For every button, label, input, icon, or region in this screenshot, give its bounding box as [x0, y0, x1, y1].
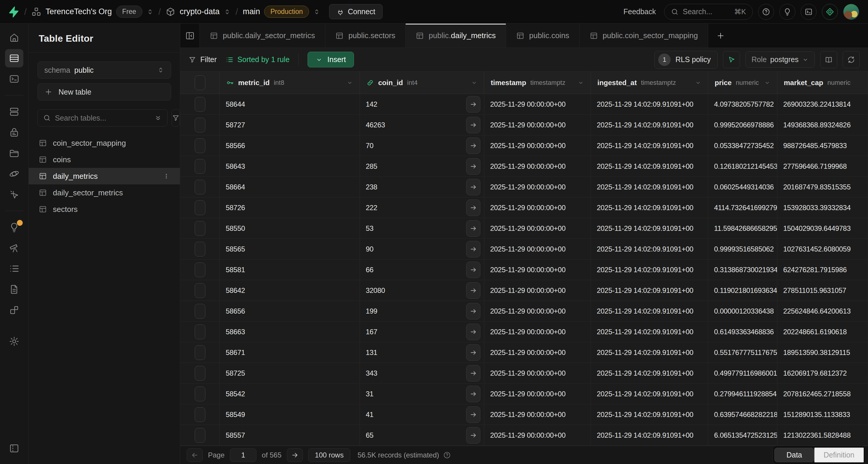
global-search[interactable]: Search... ⌘K	[664, 4, 753, 20]
chevron-down-icon[interactable]	[346, 80, 353, 86]
column-header-timestamp[interactable]: timestamp timestamptz	[484, 71, 591, 94]
cell-timestamp[interactable]: 2025-11-29 00:00:00+00	[484, 94, 591, 114]
previous-page-button[interactable]	[187, 448, 203, 462]
cell-ingested-at[interactable]: 2025-11-29 14:02:09.91091+00	[591, 342, 708, 363]
cell-ingested-at[interactable]: 2025-11-29 14:02:09.91091+00	[591, 280, 708, 301]
row-checkbox[interactable]	[180, 342, 220, 363]
filter-tables-button[interactable]	[172, 110, 180, 126]
cell-market-cap[interactable]: 269003236.22413814	[777, 94, 868, 114]
cell-ingested-at[interactable]: 2025-11-29 14:02:09.91091+00	[591, 94, 708, 114]
sidebar-table-item[interactable]: daily_sector_metrics	[29, 184, 180, 201]
cell-coin-id[interactable]: 199	[360, 301, 484, 321]
cell-coin-id[interactable]: 41	[360, 404, 484, 425]
nav-reports[interactable]	[5, 239, 23, 257]
cell-coin-id[interactable]: 222	[360, 197, 484, 218]
row-checkbox[interactable]	[180, 363, 220, 383]
cell-ingested-at[interactable]: 2025-11-29 14:02:09.91091+00	[591, 197, 708, 218]
expand-record-button[interactable]	[466, 179, 480, 195]
help-button[interactable]	[758, 4, 774, 20]
select-all-checkbox[interactable]	[180, 71, 220, 94]
cell-timestamp[interactable]: 2025-11-29 00:00:00+00	[484, 321, 591, 342]
cell-timestamp[interactable]: 2025-11-29 00:00:00+00	[484, 177, 591, 197]
expand-record-button[interactable]	[466, 137, 480, 154]
cell-ingested-at[interactable]: 2025-11-29 14:02:09.91091+00	[591, 156, 708, 177]
cell-metric-id[interactable]: 58644	[220, 94, 360, 114]
cell-coin-id[interactable]: 238	[360, 177, 484, 197]
cell-market-cap[interactable]: 1504029039.6449783	[777, 218, 868, 239]
tab-daily_sector_metrics[interactable]: public.daily_sector_metrics	[199, 24, 325, 48]
collapse-rail-button[interactable]	[5, 439, 23, 458]
expand-record-button[interactable]	[466, 427, 480, 443]
cell-timestamp[interactable]: 2025-11-29 00:00:00+00	[484, 425, 591, 445]
collapse-sidebar-button[interactable]	[180, 24, 200, 48]
cell-market-cap[interactable]: 2078162465.2718558	[777, 383, 868, 404]
org-switcher-icon[interactable]	[147, 8, 154, 16]
project-breadcrumb[interactable]: crypto-data	[165, 7, 231, 17]
row-checkbox[interactable]	[180, 383, 220, 404]
page-number-input[interactable]	[230, 448, 256, 462]
nav-sql-editor[interactable]	[5, 70, 23, 88]
expand-record-button[interactable]	[466, 386, 480, 402]
expand-record-button[interactable]	[466, 344, 480, 361]
table-options-icon[interactable]	[163, 173, 170, 180]
row-checkbox[interactable]	[180, 218, 220, 239]
sort-button[interactable]: Sorted by 1 rule	[226, 55, 290, 64]
ai-assistant-button[interactable]	[822, 4, 838, 20]
cell-ingested-at[interactable]: 2025-11-29 14:02:09.91091+00	[591, 177, 708, 197]
chevron-down-icon[interactable]	[695, 80, 701, 86]
nav-project-settings[interactable]	[5, 332, 23, 350]
row-checkbox[interactable]	[180, 404, 220, 425]
cell-metric-id[interactable]: 58671	[220, 342, 360, 363]
nav-advisors[interactable]	[5, 218, 23, 237]
nav-api-docs[interactable]	[5, 280, 23, 299]
cell-price[interactable]: 11.59842686658295	[708, 218, 777, 239]
column-header-market-cap[interactable]: market_cap numeric	[777, 71, 868, 94]
cell-price[interactable]: 0.61493363468836	[708, 321, 777, 342]
sort-order-icon[interactable]	[154, 114, 162, 122]
cell-timestamp[interactable]: 2025-11-29 00:00:00+00	[484, 156, 591, 177]
cell-metric-id[interactable]: 58656	[220, 301, 360, 321]
chevron-down-icon[interactable]	[471, 80, 477, 86]
row-checkbox[interactable]	[180, 115, 220, 135]
cell-timestamp[interactable]: 2025-11-29 00:00:00+00	[484, 135, 591, 156]
cell-metric-id[interactable]: 58726	[220, 197, 360, 218]
user-avatar[interactable]	[843, 4, 859, 20]
expand-record-button[interactable]	[466, 117, 480, 133]
hints-lightbulb-button[interactable]	[779, 4, 795, 20]
cell-ingested-at[interactable]: 2025-11-29 14:02:09.91091+00	[591, 363, 708, 383]
cell-price[interactable]: 0.99952066978886	[708, 115, 777, 135]
cell-price[interactable]: 0.279946111928854	[708, 383, 777, 404]
schema-select[interactable]: schema public	[37, 61, 171, 79]
cell-price[interactable]: 0.313868730021934	[708, 259, 777, 280]
rls-policy-button[interactable]: 1 RLS policy	[654, 51, 718, 68]
cell-price[interactable]: 6.065135472523125	[708, 425, 777, 445]
cell-timestamp[interactable]: 2025-11-29 00:00:00+00	[484, 301, 591, 321]
nav-database[interactable]	[5, 102, 23, 121]
cell-price[interactable]: 0.126180212145453	[708, 156, 777, 177]
cell-market-cap[interactable]: 153928033.39332834	[777, 197, 868, 218]
chevron-down-icon[interactable]	[764, 80, 771, 86]
cell-price[interactable]: 0.05338472735452	[708, 135, 777, 156]
row-checkbox[interactable]	[180, 301, 220, 321]
cell-market-cap[interactable]: 1027631452.6080059	[777, 239, 868, 259]
role-select[interactable]: Role postgres	[745, 52, 815, 68]
cell-price[interactable]: 0.06025449314036	[708, 177, 777, 197]
row-checkbox[interactable]	[180, 280, 220, 301]
cell-market-cap[interactable]: 277596466.7199968	[777, 156, 868, 177]
cell-price[interactable]: 0.5517677751176754	[708, 342, 777, 363]
cell-price[interactable]: 0.119021801693634	[708, 280, 777, 301]
column-header-metric-id[interactable]: metric_id int8	[220, 71, 360, 94]
cell-coin-id[interactable]: 167	[360, 321, 484, 342]
connect-button[interactable]: Connect	[329, 4, 382, 19]
cell-ingested-at[interactable]: 2025-11-29 14:02:09.91091+00	[591, 383, 708, 404]
nav-logs[interactable]	[5, 259, 23, 278]
cell-market-cap[interactable]: 1512890135.1133833	[777, 404, 868, 425]
cell-market-cap[interactable]: 189513590.38129115	[777, 342, 868, 363]
cell-price[interactable]: 4114.732641699279	[708, 197, 777, 218]
tab-daily_metrics[interactable]: public.daily_metrics	[405, 24, 506, 48]
row-checkbox[interactable]	[180, 425, 220, 445]
cell-metric-id[interactable]: 58581	[220, 259, 360, 280]
cell-market-cap[interactable]: 201687479.83515355	[777, 177, 868, 197]
cell-coin-id[interactable]: 31	[360, 383, 484, 404]
cell-coin-id[interactable]: 46263	[360, 115, 484, 135]
